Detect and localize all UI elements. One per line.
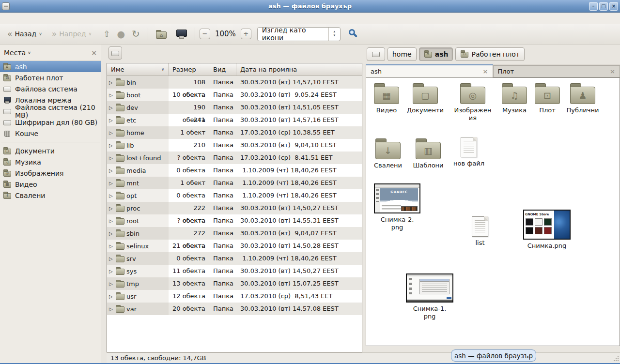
expander-icon[interactable]: ▷ (109, 118, 114, 123)
column-header-name[interactable]: Име ∨ (107, 63, 169, 76)
path-current-button[interactable]: ⌂ ash (419, 47, 453, 61)
menu-item[interactable] (46, 17, 54, 19)
zoom-out-button[interactable]: − (200, 29, 210, 39)
column-header-size[interactable]: Размер (169, 63, 209, 76)
sidebar-splitter[interactable] (101, 45, 107, 363)
close-button[interactable]: × (609, 2, 618, 11)
table-row[interactable]: ▷ dev 190 обекта Папка 30.03.2010 (вт) 1… (107, 101, 362, 114)
zoom-in-button[interactable]: + (241, 29, 251, 39)
file-icon-new-file[interactable]: нов файл (449, 135, 489, 167)
file-icon-list[interactable]: list (460, 214, 500, 247)
table-row[interactable]: ▷ root ? обекта Папка 30.03.2010 (вт) 14… (107, 214, 362, 227)
table-row[interactable]: ▷ mnt 1 обект Папка 1.10.2009 (чт) 18,40… (107, 177, 362, 189)
view-mode-select[interactable]: Изглед като икони ▴▾ (257, 27, 341, 41)
tab-plot[interactable]: Плот × (493, 65, 620, 77)
expander-icon[interactable]: ▷ (109, 130, 114, 136)
panel-splitter[interactable] (362, 45, 366, 352)
menu-item[interactable] (56, 17, 65, 19)
expander-icon[interactable]: ▷ (109, 306, 114, 312)
expander-icon[interactable]: ▷ (109, 206, 114, 211)
table-row[interactable]: ▷ opt 0 обекта Папка 1.10.2009 (чт) 18,4… (107, 189, 362, 202)
up-button[interactable]: ⇧ (100, 28, 113, 40)
maximize-button[interactable]: □ (599, 2, 608, 11)
back-button[interactable]: « Назад ∨ (4, 28, 46, 40)
computer-button[interactable] (173, 30, 190, 39)
expander-icon[interactable]: ▷ (109, 181, 114, 186)
expander-icon[interactable]: ▷ (109, 269, 114, 274)
back-dropdown-icon[interactable]: ∨ (39, 31, 42, 36)
file-icon-public[interactable]: ♟ Публични (562, 82, 603, 114)
expander-icon[interactable]: ▷ (109, 80, 114, 85)
home-button[interactable]: ⌂ (153, 28, 170, 41)
tab-close-icon[interactable]: × (610, 68, 615, 75)
forward-button[interactable]: » Напред ∨ (48, 28, 95, 40)
table-row[interactable]: ▷ sbin 272 обекта Папка 30.03.2010 (вт) … (107, 227, 362, 240)
sidebar-item[interactable]: ▦ Видео (0, 179, 101, 190)
sidebar-item[interactable]: ◎ Изображения (0, 167, 101, 179)
table-row[interactable]: ▷ selinux 21 обекта Папка 30.03.2010 (вт… (107, 240, 362, 252)
expander-icon[interactable]: ▷ (109, 218, 114, 224)
sidebar-item[interactable]: Файлова система (210 MB) (0, 106, 101, 117)
column-header-type[interactable]: Вид (209, 63, 236, 76)
search-button[interactable] (347, 28, 360, 40)
expander-icon[interactable]: ▷ (109, 155, 114, 161)
sidebar-item[interactable]: ♫ Музика (0, 156, 101, 167)
expander-icon[interactable]: ▷ (109, 92, 114, 98)
expander-icon[interactable]: ▷ (109, 143, 114, 148)
window-list-button[interactable]: ash — файлов браузър (451, 349, 536, 362)
table-row[interactable]: ▷ home 1 обект Папка 17.03.2010 (ср) 10,… (107, 126, 362, 139)
file-icon-snimka-1[interactable]: Снимка-1.png (408, 273, 451, 320)
table-row[interactable]: ▷ boot 10 обекта Папка 30.03.2010 (вт) 9… (107, 89, 362, 101)
file-icon-snimka[interactable]: GNOME Store Снимка.png (525, 210, 569, 250)
table-row[interactable]: ▷ proc 222 обекта Папка 30.03.2010 (вт) … (107, 202, 362, 214)
column-header-date[interactable]: Дата на промяна (236, 63, 362, 76)
menu-item[interactable] (3, 17, 12, 19)
expander-icon[interactable]: ▷ (109, 243, 114, 249)
file-icon-downloads[interactable]: ↓ Свалени (368, 137, 408, 169)
minimize-button[interactable]: – (589, 2, 598, 11)
icon-view[interactable]: ▦ Видео ▢ Документи ◎ Изображения ♫ Музи… (366, 77, 620, 346)
table-row[interactable]: ▷ lib 210 обекта Папка 30.03.2010 (вт) 9… (107, 139, 362, 152)
menu-item[interactable] (14, 17, 22, 19)
expander-icon[interactable]: ▷ (109, 168, 114, 173)
sidebar-close-icon[interactable]: × (91, 49, 97, 57)
file-icon-documents[interactable]: ▢ Документи (405, 82, 446, 114)
resize-grip[interactable] (613, 356, 619, 362)
table-row[interactable]: ▷ media 0 обекта Папка 1.10.2009 (чт) 18… (107, 164, 362, 177)
file-icon-desktop[interactable]: ⊡ Плот (527, 82, 568, 114)
menu-item[interactable] (35, 17, 44, 19)
table-row[interactable]: ▷ srv 0 обекта Папка 1.10.2009 (чт) 18,4… (107, 252, 362, 265)
tab-ash[interactable]: ash × (366, 64, 493, 77)
tab-close-icon[interactable]: × (483, 68, 488, 75)
sidebar-item[interactable]: ⌂ ash (0, 61, 101, 72)
expander-icon[interactable]: ▷ (109, 281, 114, 287)
file-icon-snimka-2[interactable]: GUADEC Снимка-2.png (377, 183, 418, 231)
stop-button[interactable]: ● (114, 28, 129, 41)
sidebar-item[interactable]: ⊡ Работен плот (0, 72, 101, 83)
table-row[interactable]: ▷ var 20 обекта Папка 30.03.2010 (вт) 14… (107, 303, 362, 315)
table-row[interactable]: ▷ usr 12 обекта Папка 17.03.2010 (ср) 8,… (107, 290, 362, 303)
sidebar-item[interactable]: ↓ Свалени (0, 190, 101, 201)
path-desktop-button[interactable]: ⊡ Работен плот (455, 47, 524, 61)
titlebar[interactable]: ash — файлов браузър – □ × (0, 0, 620, 13)
sidebar-item[interactable]: Кошче (0, 128, 101, 139)
combo-spinner-icon[interactable]: ▴▾ (328, 28, 340, 41)
menu-item[interactable] (24, 17, 33, 19)
tree-root-button[interactable] (108, 46, 122, 60)
sidebar-dropdown-icon[interactable]: ∨ (28, 50, 31, 55)
file-icon-pictures[interactable]: ◎ Изображения (451, 82, 495, 121)
table-row[interactable]: ▷ etc 241 обекта Папка 30.03.2010 (вт) 1… (107, 114, 362, 126)
table-row[interactable]: ▷ sys 11 обекта Папка 30.03.2010 (вт) 14… (107, 265, 362, 277)
expander-icon[interactable]: ▷ (109, 231, 114, 236)
expander-icon[interactable]: ▷ (109, 105, 114, 110)
path-root-button[interactable] (367, 47, 385, 61)
file-icon-video[interactable]: ▦ Видео (366, 82, 407, 114)
reload-button[interactable]: ↻ (128, 27, 143, 41)
path-home-button[interactable]: home (388, 47, 417, 61)
expander-icon[interactable]: ▷ (109, 256, 114, 261)
expander-icon[interactable]: ▷ (109, 193, 114, 198)
sidebar-item[interactable]: Файлова система (0, 83, 101, 94)
sidebar-title[interactable]: Места (4, 49, 26, 57)
file-icon-templates[interactable]: ▥ Шаблони (408, 137, 449, 169)
table-row[interactable]: ▷ bin 108 обекта Папка 30.03.2010 (вт) 1… (107, 76, 362, 89)
